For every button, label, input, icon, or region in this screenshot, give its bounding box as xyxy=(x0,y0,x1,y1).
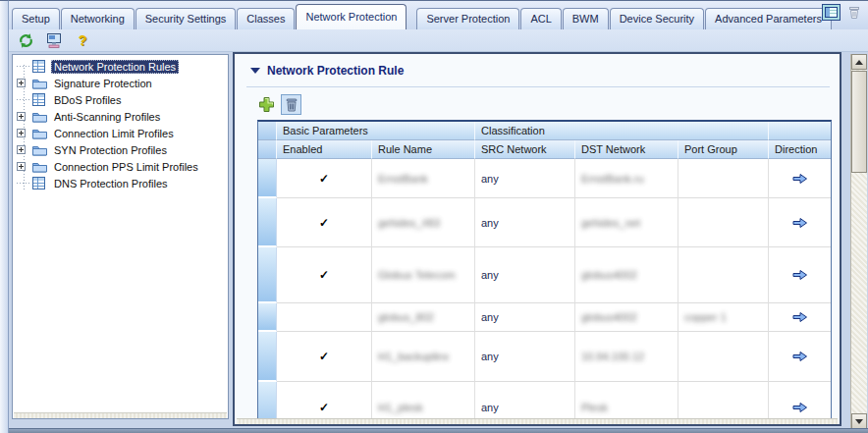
src-network-cell: any xyxy=(481,402,499,413)
vertical-scrollbar[interactable] xyxy=(850,54,867,429)
sidebar-item-signature-protection[interactable]: Signature Protection xyxy=(17,75,155,91)
sidebar-item-connection-limit-profiles[interactable]: Connection Limit Profiles xyxy=(17,125,177,141)
table-group-header-row: Basic Parameters Classification xyxy=(258,122,831,140)
trash-panel-icon[interactable] xyxy=(844,4,863,21)
tree-slot xyxy=(17,75,31,91)
trash-panel-glyph xyxy=(848,6,860,19)
sidebar-horizontal-scrollbar[interactable] xyxy=(14,412,227,418)
tab-setup[interactable]: Setup xyxy=(12,8,60,29)
left-edge-strip xyxy=(0,0,9,433)
direction-arrow-icon xyxy=(792,402,808,413)
tree-slot xyxy=(17,58,31,75)
panel-title: Network Protection Rule xyxy=(267,64,404,78)
help-glyph: ? xyxy=(79,32,87,48)
refresh-icon[interactable] xyxy=(16,31,35,50)
direction-arrow-icon xyxy=(792,173,808,185)
delete-button[interactable] xyxy=(281,94,301,115)
rule-name-cell: H1_plesk xyxy=(378,402,423,413)
folder-icon xyxy=(31,143,47,156)
row-selector[interactable] xyxy=(258,198,277,247)
tab-device-security[interactable]: Device Security xyxy=(610,8,704,29)
bottom-edge-strip xyxy=(9,428,868,433)
tree-expander-icon[interactable] xyxy=(17,145,26,154)
tab-server-protection[interactable]: Server Protection xyxy=(416,8,519,29)
tab-network-protection[interactable]: Network Protection xyxy=(296,4,407,29)
row-selector[interactable] xyxy=(258,303,277,332)
tree-branch-line xyxy=(17,183,29,184)
tab-bar: Setup Networking Security Settings Class… xyxy=(9,0,868,29)
tree-expander-icon[interactable] xyxy=(17,129,26,137)
direction-arrow-icon xyxy=(792,217,808,229)
help-icon[interactable]: ? xyxy=(73,31,92,50)
table-row[interactable]: globus_802 any globus4002 copper 1 xyxy=(258,303,831,332)
sidebar-item-connection-pps-limit-profiles[interactable]: Connection PPS Limit Profiles xyxy=(17,158,201,175)
tree-expander-icon[interactable] xyxy=(17,112,26,121)
src-network-cell: any xyxy=(481,217,499,229)
folder-icon xyxy=(31,77,47,89)
column-header-rule-name[interactable]: Rule Name xyxy=(372,140,475,159)
column-header-enabled[interactable]: Enabled xyxy=(277,140,372,159)
tab-networking[interactable]: Networking xyxy=(61,8,135,29)
sidebar-item-anti-scanning-profiles[interactable]: Anti-Scanning Profiles xyxy=(17,108,163,125)
group-header-gutter xyxy=(258,122,277,140)
tree-branch-line xyxy=(17,99,29,100)
folder-icon xyxy=(31,110,47,123)
triangle-down-icon xyxy=(855,419,863,424)
scrollbar-thumb[interactable] xyxy=(851,71,867,173)
tree-slot xyxy=(17,175,31,191)
group-header-empty xyxy=(769,122,831,140)
column-header-src-network[interactable]: SRC Network xyxy=(475,140,575,159)
sidebar-item-label: SYN Protection Profiles xyxy=(51,143,170,157)
table-icon xyxy=(31,93,47,106)
add-icon xyxy=(258,96,275,113)
table-panel-icon[interactable] xyxy=(822,4,841,21)
column-header-port-group[interactable]: Port Group xyxy=(678,140,769,159)
table-icon xyxy=(31,60,47,73)
dst-network-cell: 10.94.100.12 xyxy=(581,351,644,362)
tree-expander-icon[interactable] xyxy=(17,79,26,87)
folder-icon xyxy=(31,127,47,139)
sidebar-item-syn-protection-profiles[interactable]: SYN Protection Profiles xyxy=(17,141,170,158)
tab-security-settings[interactable]: Security Settings xyxy=(136,8,237,29)
row-selector[interactable] xyxy=(258,247,277,303)
panel-header[interactable]: Network Protection Rule xyxy=(250,64,404,78)
column-header-direction[interactable]: Direction xyxy=(769,140,831,159)
table-icon xyxy=(31,177,47,189)
enabled-checkmark: ✓ xyxy=(319,216,329,230)
row-selector[interactable] xyxy=(258,332,277,382)
collapse-triangle-icon[interactable] xyxy=(250,68,260,74)
table-row[interactable]: ✓ gehides_#83 any gehides_net xyxy=(258,198,831,247)
sidebar-item-label: DNS Protection Profiles xyxy=(51,177,171,190)
monitor-icon[interactable] xyxy=(44,31,64,50)
column-header-dst-network[interactable]: DST Network xyxy=(575,140,678,159)
column-header-gutter xyxy=(258,140,277,159)
sidebar-item-bdos-profiles[interactable]: BDoS Profiles xyxy=(17,91,124,108)
table-toolbar xyxy=(256,94,301,115)
direction-arrow-icon xyxy=(792,311,808,323)
scroll-down-button[interactable] xyxy=(851,413,867,429)
tab-classes[interactable]: Classes xyxy=(237,8,295,29)
row-selector[interactable] xyxy=(258,159,277,198)
window-buttons xyxy=(822,4,863,21)
tree-expander-icon[interactable] xyxy=(17,162,26,171)
table-row[interactable]: ✓ H1_backuplinx any 10.94.100.12 xyxy=(258,332,831,382)
tree-slot xyxy=(17,158,31,175)
sidebar-item-label: Connection Limit Profiles xyxy=(51,127,177,140)
direction-arrow-icon xyxy=(792,351,808,362)
enabled-checkmark: ✓ xyxy=(319,401,329,414)
panel-horizontal-scrollbar[interactable] xyxy=(237,418,838,424)
tab-advanced-parameters[interactable]: Advanced Parameters xyxy=(705,8,832,29)
add-button[interactable] xyxy=(256,94,277,115)
tab-bwm[interactable]: BWM xyxy=(563,8,609,29)
enabled-checkmark: ✓ xyxy=(319,268,329,282)
sidebar-item-network-protection-rules[interactable]: Network Protection Rules xyxy=(17,58,179,75)
scroll-up-button[interactable] xyxy=(851,54,867,70)
tree-slot xyxy=(17,141,31,158)
tab-acl[interactable]: ACL xyxy=(520,8,561,29)
table-row[interactable]: ✓ Globus Telecom any globus4002 xyxy=(258,247,831,303)
group-header-classification: Classification xyxy=(475,122,769,140)
tree-slot xyxy=(17,108,31,125)
enabled-checkmark: ✓ xyxy=(319,350,329,363)
sidebar-item-dns-protection-profiles[interactable]: DNS Protection Profiles xyxy=(17,175,171,191)
table-row[interactable]: ✓ ErnstBank any ErnstBank.ru xyxy=(258,159,831,198)
